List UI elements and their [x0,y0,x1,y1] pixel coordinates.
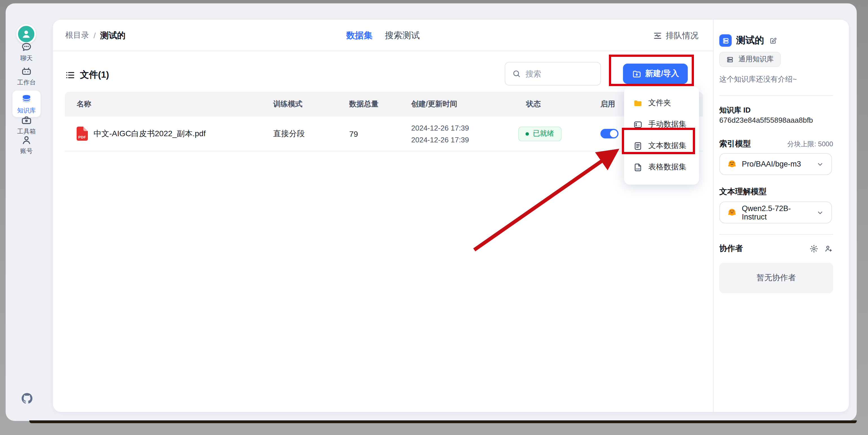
enable-toggle[interactable] [600,129,618,138]
menu-item-table-dataset[interactable]: csv 表格数据集 [624,157,699,178]
toolbox-icon [20,114,33,127]
tab-search-test[interactable]: 搜索测试 [385,30,420,41]
robot-icon [20,65,33,78]
col-header-time: 创建/更新时间 [406,99,513,109]
menu-item-label: 表格数据集 [648,162,686,172]
index-model-value: Pro/BAAI/bge-m3 [742,160,811,168]
desktop-background: 聊天 工作台 知识库 工具箱 [0,0,868,435]
database-icon [20,93,33,106]
text-model-value: Qwen2.5-72B-Instruct [742,204,811,221]
status-dot-icon [526,132,529,135]
kb-title: 测试的 [736,34,764,47]
breadcrumb-separator: / [93,31,96,40]
folder-icon [633,98,643,108]
kb-id-label: 知识库 ID [719,105,750,115]
files-count-label: 文件(1) [80,69,109,81]
kb-database-icon [719,34,732,47]
text-model-label: 文本理解模型 [719,187,767,197]
user-avatar-icon [20,28,32,40]
queue-status-label: 排队情况 [666,30,699,41]
training-mode-cell: 直接分段 [265,129,338,139]
manual-dataset-icon [633,120,643,129]
table-row[interactable]: PDF 中文-AIGC白皮书2022_副本.pdf 直接分段 79 2024-1… [65,116,703,152]
kb-intro-text: 这个知识库还没有介绍~ [719,74,797,85]
sidebar-item-account[interactable]: 账号 [6,134,47,154]
sidebar-item-dataset[interactable]: 知识库 [12,91,40,117]
app-window: 聊天 工作台 知识库 工具箱 [6,3,857,421]
time-cell: 2024-12-26 17:39 2024-12-26 17:39 [406,122,513,145]
github-icon[interactable] [22,393,33,404]
status-cell: 已就绪 [513,126,591,141]
queue-activity-icon [653,31,662,40]
files-heading: 文件(1) [65,69,109,81]
breadcrumb: 根目录 / 测试的 [65,20,126,51]
data-total-cell: 79 [338,129,406,138]
chat-icon [20,41,33,54]
main-card: 根目录 / 测试的 数据集 搜索测试 排队情况 [53,20,849,412]
svg-text:csv: csv [636,167,640,170]
created-time: 2024-12-26 17:39 [411,122,513,134]
status-text: 已就绪 [533,129,554,138]
sidebar-item-label: 工具箱 [17,128,36,134]
collaborators-label: 协作者 [719,244,743,254]
gear-icon[interactable] [809,244,818,253]
text-dataset-icon [633,141,643,150]
person-icon [20,134,33,146]
menu-item-label: 文件夹 [648,98,671,108]
server-icon [726,56,734,63]
new-import-dropdown-menu: 文件夹 手动数据集 文本数据集 csv [624,87,699,185]
index-model-select[interactable]: Pro/BAAI/bge-m3 [719,153,832,175]
queue-status-button[interactable]: 排队情况 [653,20,699,51]
index-model-row: 索引模型 分块上限: 5000 [719,139,833,149]
menu-item-label: 手动数据集 [648,119,686,129]
huggingface-icon [727,208,737,217]
sidebar-item-label: 账号 [20,147,33,154]
col-header-total: 数据总量 [338,99,406,109]
divider [719,234,833,235]
sidebar-item-label: 聊天 [20,55,33,61]
collaborators-row: 协作者 [719,244,833,254]
kb-title-row: 测试的 [719,34,777,47]
col-header-status: 状态 [513,99,591,109]
sidebar: 聊天 工作台 知识库 工具箱 [6,3,47,421]
text-model-select[interactable]: Qwen2.5-72B-Instruct [719,201,832,224]
breadcrumb-root[interactable]: 根目录 [65,30,89,40]
edit-icon[interactable] [769,36,777,45]
menu-item-folder[interactable]: 文件夹 [624,92,699,114]
pdf-file-icon: PDF [76,127,88,141]
csv-file-icon: csv [633,162,643,172]
collaborators-empty-box: 暂无协作者 [719,263,833,293]
search-input[interactable] [526,69,588,78]
chunk-limit-label: 分块上限: 5000 [787,140,833,149]
new-import-button[interactable]: 新建/导入 [623,64,688,84]
huggingface-icon [727,159,737,169]
col-header-mode: 训练模式 [265,99,338,109]
search-box [505,62,601,86]
files-table: 名称 训练模式 数据总量 创建/更新时间 状态 启用 PDF 中文-AIGC白皮… [65,92,703,152]
list-icon [65,70,75,80]
status-badge: 已就绪 [518,126,561,141]
table-header-row: 名称 训练模式 数据总量 创建/更新时间 状态 启用 [65,92,703,116]
add-collaborator-icon[interactable] [824,244,833,253]
file-name-cell: PDF 中文-AIGC白皮书2022_副本.pdf [65,127,265,141]
tab-dataset[interactable]: 数据集 [346,30,373,41]
sidebar-item-chat[interactable]: 聊天 [6,41,47,61]
kb-type-label: 通用知识库 [739,55,774,64]
kb-id-value: 676d23e84a5f55898aaa8bfb [719,116,813,124]
menu-item-text-dataset[interactable]: 文本数据集 [624,135,699,157]
updated-time: 2024-12-26 17:39 [411,134,513,145]
tab-bar: 数据集 搜索测试 [346,20,420,51]
folder-import-icon [632,69,641,78]
sidebar-item-label: 工作台 [17,79,36,86]
menu-item-manual-dataset[interactable]: 手动数据集 [624,114,699,135]
chevron-down-icon [816,160,824,168]
sidebar-item-workbench[interactable]: 工作台 [6,65,47,86]
index-model-label: 索引模型 [719,139,751,149]
knowledge-base-info-panel: 测试的 通用知识库 这个知识库还没有介绍~ 知识库 ID 676d23e84a5… [713,20,849,412]
new-import-label: 新建/导入 [645,69,679,79]
divider [719,95,833,96]
sidebar-item-toolbox[interactable]: 工具箱 [6,114,47,134]
sidebar-item-label: 知识库 [17,107,36,114]
search-icon [512,69,521,78]
breadcrumb-current: 测试的 [100,30,126,41]
